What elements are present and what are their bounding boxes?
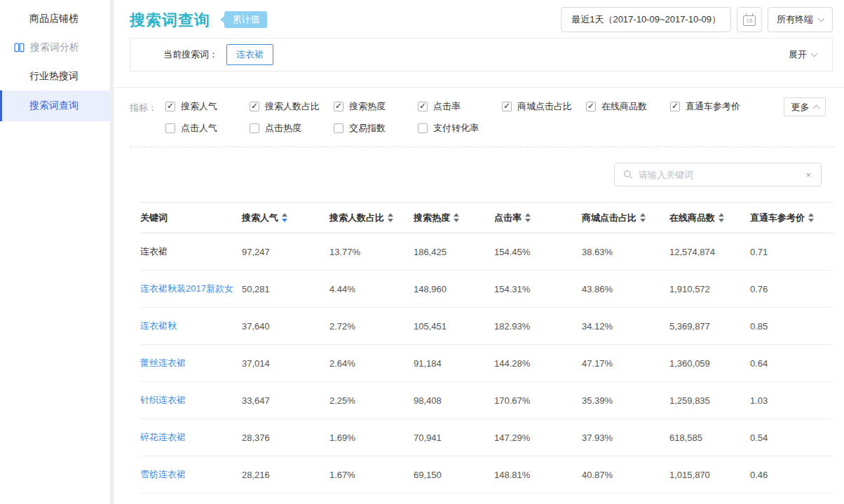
column-label: 商城点击占比 <box>582 212 637 224</box>
main-content: 搜索词查询 累计值 最近1天（2017-10-09~2017-10-09） 15… <box>114 0 844 504</box>
sidebar-item-product-shop-rank[interactable]: 商品店铺榜 <box>0 4 110 33</box>
chevron-down-icon <box>811 50 818 57</box>
table-row: 连衣裙97,24713.77%186,425154.45%38.63%12,57… <box>140 233 834 271</box>
value-cell: 91,184 <box>414 358 494 369</box>
sidebar-item-label: 搜索词查询 <box>29 100 79 112</box>
checkbox-unchecked-icon <box>165 123 175 133</box>
value-cell: 2.72% <box>329 321 414 332</box>
indicator-trade-index[interactable]: 交易指数 <box>334 122 418 135</box>
value-cell: 40.87% <box>582 470 669 480</box>
value-cell: 37,014 <box>242 358 329 369</box>
indicator-click-rate[interactable]: 点击率 <box>418 100 502 113</box>
keyword-link[interactable]: 蕾丝连衣裙 <box>140 357 242 369</box>
sidebar-item-label: 商品店铺榜 <box>29 13 79 25</box>
column-label: 搜索人气 <box>242 212 278 224</box>
value-cell: 2.25% <box>329 395 414 406</box>
indicator-row-2: 点击人气点击热度交易指数支付转化率 <box>165 122 754 135</box>
indicator-click-popularity[interactable]: 点击人气 <box>165 122 250 135</box>
chevron-down-icon <box>818 15 825 22</box>
header-controls: 最近1天（2017-10-09~2017-10-09） 15 所有终端 <box>561 7 833 32</box>
date-range-button[interactable]: 最近1天（2017-10-09~2017-10-09） <box>561 7 731 32</box>
keyword-link[interactable]: 雪纺连衣裙 <box>140 468 242 481</box>
terminal-select[interactable]: 所有终端 <box>768 7 833 32</box>
value-cell: 147.29% <box>494 433 582 443</box>
book-icon <box>14 43 25 53</box>
keyword-link[interactable]: 连衣裙秋装2017新款女 <box>140 282 242 295</box>
column-label: 关键词 <box>140 212 168 224</box>
keyword-link[interactable]: 连衣裙秋 <box>140 320 242 332</box>
column-header[interactable]: 搜索人气 <box>242 212 329 224</box>
indicator-mall-click-ratio[interactable]: 商城点击占比 <box>502 100 586 113</box>
column-label: 在线商品数 <box>669 212 715 224</box>
keyword-search-box: × <box>614 163 822 186</box>
value-cell: 13.77% <box>329 247 414 257</box>
search-icon <box>623 170 633 179</box>
indicators-panel: 指标： 搜索人气搜索人数占比搜索热度点击率商城点击占比在线商品数直通车参考价 点… <box>114 88 844 144</box>
indicator-ztc-ref-price[interactable]: 直通车参考价 <box>670 100 754 113</box>
checkbox-checked-icon <box>250 102 259 111</box>
indicator-label: 点击率 <box>433 100 461 113</box>
indicator-online-products[interactable]: 在线商品数 <box>586 100 670 113</box>
indicator-row-1: 搜索人气搜索人数占比搜索热度点击率商城点击占比在线商品数直通车参考价 <box>165 100 754 113</box>
indicator-click-heat[interactable]: 点击热度 <box>250 122 334 135</box>
checkbox-checked-icon <box>418 102 428 111</box>
value-cell: 1,910,572 <box>669 284 750 294</box>
value-cell: 28,376 <box>242 433 329 443</box>
checkbox-unchecked-icon <box>250 123 259 133</box>
indicator-search-popularity[interactable]: 搜索人气 <box>165 100 250 113</box>
indicator-rows: 搜索人气搜索人数占比搜索热度点击率商城点击占比在线商品数直通车参考价 点击人气点… <box>165 100 754 144</box>
keyword-link[interactable]: 针织连衣裙 <box>140 394 242 407</box>
indicator-search-heat[interactable]: 搜索热度 <box>334 100 418 113</box>
value-cell: 43.86% <box>582 284 669 294</box>
indicator-search-user-ratio[interactable]: 搜索人数占比 <box>250 100 334 113</box>
column-label: 直通车参考价 <box>750 212 805 224</box>
value-cell: 1,015,870 <box>669 470 750 480</box>
value-cell: 47.17% <box>582 358 669 369</box>
checkbox-unchecked-icon <box>418 123 428 133</box>
column-header[interactable]: 直通车参考价 <box>750 212 834 224</box>
value-cell: 0.71 <box>750 247 834 257</box>
column-header[interactable]: 在线商品数 <box>669 212 750 224</box>
search-input[interactable] <box>639 170 804 180</box>
value-cell: 28,216 <box>242 470 329 480</box>
sidebar-item-label: 搜索词分析 <box>30 41 79 54</box>
value-cell: 144.28% <box>494 358 582 369</box>
indicator-label: 直通车参考价 <box>686 100 740 113</box>
clear-icon[interactable]: × <box>804 170 812 180</box>
page-header: 搜索词查询 累计值 最近1天（2017-10-09~2017-10-09） 15… <box>114 0 844 38</box>
value-cell: 105,451 <box>414 321 494 332</box>
indicator-label: 交易指数 <box>349 122 386 135</box>
value-cell: 154.45% <box>494 247 582 257</box>
indicator-label: 点击热度 <box>265 122 301 135</box>
column-header[interactable]: 点击率 <box>494 212 582 224</box>
sort-icon <box>719 213 724 222</box>
indicator-label: 在线商品数 <box>601 100 647 113</box>
column-header[interactable]: 搜索热度 <box>414 212 494 224</box>
sort-icon <box>640 213 646 222</box>
sidebar-item-industry-hot-words[interactable]: 行业热搜词 <box>0 62 110 90</box>
badge-label: 累计值 <box>232 14 259 25</box>
sidebar-item-search-term-query[interactable]: 搜索词查询 <box>0 90 110 121</box>
value-cell: 154.31% <box>494 284 582 294</box>
column-header[interactable]: 商城点击占比 <box>582 212 669 224</box>
sort-icon <box>454 213 459 222</box>
sidebar-nav: 商品店铺榜搜索词分析行业热搜词搜索词查询 <box>0 4 110 121</box>
expand-toggle[interactable]: 展开 <box>789 48 817 61</box>
keyword-cell: 连衣裙 <box>140 245 242 258</box>
sidebar-item-search-term-analysis[interactable]: 搜索词分析 <box>0 33 110 62</box>
indicator-pay-conversion[interactable]: 支付转化率 <box>418 122 502 135</box>
calendar-icon: 15 <box>743 15 756 26</box>
indicators-label: 指标： <box>130 100 157 144</box>
value-cell: 170.67% <box>494 395 582 406</box>
column-header[interactable]: 搜索人数占比 <box>329 212 414 224</box>
value-cell: 38.63% <box>582 247 669 257</box>
indicator-label: 支付转化率 <box>433 122 479 135</box>
table-row: 碎花连衣裙28,3761.69%70,941147.29%37.93%618,5… <box>140 419 834 456</box>
more-button[interactable]: 更多 <box>784 97 826 116</box>
keyword-link[interactable]: 碎花连衣裙 <box>140 431 242 444</box>
calendar-button[interactable]: 15 <box>737 7 762 32</box>
column-label: 搜索人数占比 <box>329 212 384 224</box>
current-keyword-chip[interactable]: 连衣裙 <box>226 44 273 65</box>
checkbox-checked-icon <box>670 102 680 111</box>
value-cell: 35.39% <box>582 395 669 406</box>
